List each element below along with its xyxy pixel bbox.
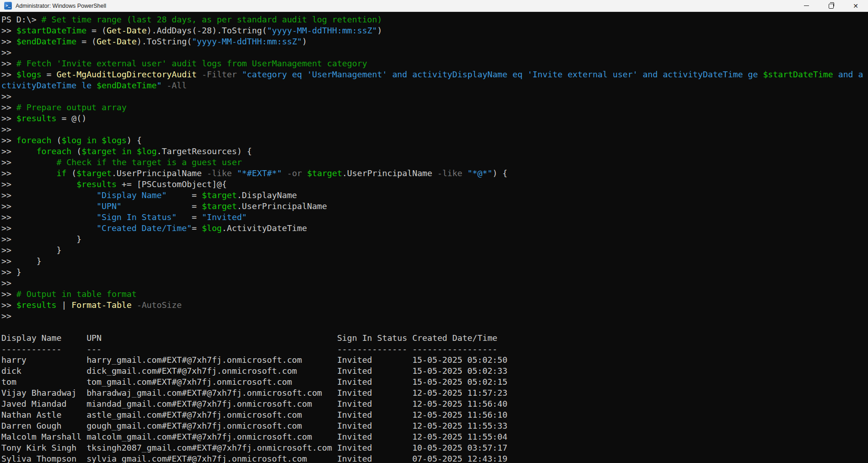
terminal-line: tom tom_gmail.com#EXT#@7xh7fj.onmicrosof… [1, 377, 868, 388]
powershell-icon: >_ [4, 2, 12, 10]
caption-buttons: ✕ [794, 0, 868, 11]
terminal-line: >> [1, 124, 868, 135]
terminal-line: >> [1, 311, 868, 322]
terminal-line: ------------ --- -------------- --------… [1, 344, 868, 355]
terminal-line: >> $logs = Get-MgAuditLogDirectoryAudit … [1, 69, 868, 80]
terminal-line [1, 322, 868, 333]
terminal-line: harry harry_gmail.com#EXT#@7xh7fj.onmicr… [1, 355, 868, 366]
terminal-line: >> } [1, 256, 868, 267]
terminal-line: Malcolm Marshall malcolm_gmail.com#EXT#@… [1, 431, 868, 442]
minimize-icon [804, 5, 809, 6]
terminal-line: >> "Created Date/Time"= $log.ActivityDat… [1, 223, 868, 234]
terminal-line: >> $results = @() [1, 113, 868, 124]
terminal-line: PS D:\> # Set time range (last 28 days, … [1, 14, 868, 25]
maximize-restore-button[interactable] [819, 0, 843, 11]
terminal-line: >> [1, 278, 868, 289]
terminal-line: Tony Kirk Singh tksingh2087_gmail.com#EX… [1, 442, 868, 453]
terminal-line: Nathan Astle astle_gmail.com#EXT#@7xh7fj… [1, 409, 868, 420]
terminal-line: Display Name UPN Sign In Status Created … [1, 333, 868, 344]
terminal-line: >> [1, 91, 868, 102]
terminal-line: >> "Display Name" = $target.DisplayName [1, 190, 868, 201]
terminal-line: >> foreach ($target in $log.TargetResour… [1, 146, 868, 157]
terminal-line: >> } [1, 267, 868, 278]
terminal-screen[interactable]: PS D:\> # Set time range (last 28 days, … [0, 12, 868, 463]
restore-down-icon [829, 4, 834, 9]
terminal-line: ctivityDateTime le $endDateTime" -All [1, 80, 868, 91]
terminal-line: Vijay Bharadwaj bharadwaj_gmail.com#EXT#… [1, 388, 868, 398]
window-title: Administrator: Windows PowerShell [16, 3, 106, 9]
terminal-line: >> foreach ($log in $logs) { [1, 135, 868, 146]
terminal-line: >> "Sign In Status" = "Invited" [1, 212, 868, 223]
terminal-line: dick dick_gmail.com#EXT#@7xh7fj.onmicros… [1, 366, 868, 377]
terminal-line: >> # Prepare output array [1, 102, 868, 113]
terminal-line: >> $results += [PSCustomObject]@{ [1, 179, 868, 190]
terminal-output: PS D:\> # Set time range (last 28 days, … [1, 14, 868, 463]
terminal-line: >> # Output in table format [1, 289, 868, 300]
titlebar: >_ Administrator: Windows PowerShell ✕ [0, 0, 868, 12]
terminal-line: >> # Check if the target is a guest user [1, 157, 868, 168]
terminal-line: Syliva Thompson sylvia_gmail.com#EXT#@7x… [1, 453, 868, 463]
minimize-button[interactable] [794, 0, 819, 11]
terminal-line: >> } [1, 234, 868, 245]
terminal-line: >> $startDateTime = (Get-Date).AddDays(-… [1, 25, 868, 36]
terminal-line: >> "UPN" = $target.UserPrincipalName [1, 201, 868, 212]
close-button[interactable]: ✕ [843, 0, 868, 11]
terminal-line: >> $results | Format-Table -AutoSize [1, 300, 868, 311]
terminal-line: >> $endDateTime = (Get-Date).ToString("y… [1, 36, 868, 47]
terminal-line: >> } [1, 245, 868, 256]
terminal-line: Darren Gough gough_gmail.com#EXT#@7xh7fj… [1, 420, 868, 431]
terminal-line: Javed Miandad miandad_gmail.com#EXT#@7xh… [1, 398, 868, 409]
terminal-line: >> if ($target.UserPrincipalName -like "… [1, 168, 868, 179]
terminal-line: >> [1, 47, 868, 58]
terminal-line: >> # Fetch 'Invite external user' audit … [1, 58, 868, 69]
close-icon: ✕ [853, 3, 858, 9]
